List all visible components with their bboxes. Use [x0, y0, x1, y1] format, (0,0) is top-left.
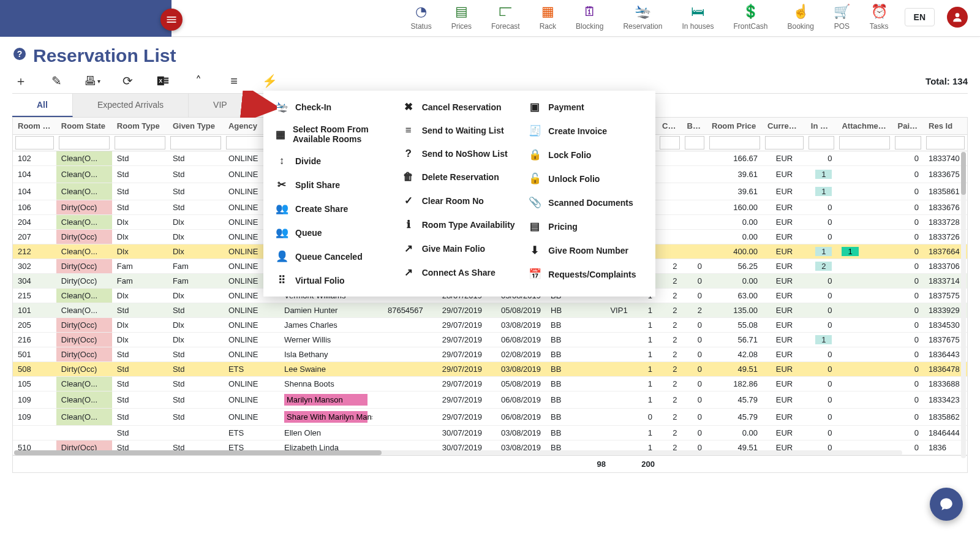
menu-item-send-to-noshow-list[interactable]: ?Send to NoShow List: [402, 146, 517, 161]
menu-item-label: Split Share: [295, 180, 340, 190]
tab-vip[interactable]: VIP: [189, 94, 252, 117]
grid-footer: 98 200: [13, 455, 967, 472]
col-filter-input[interactable]: [115, 136, 165, 149]
menu-item-icon: ✓: [402, 194, 415, 207]
collapse-button[interactable]: ˄: [190, 72, 207, 89]
menu-item-cancel-reservation[interactable]: ✖Cancel Reservation: [402, 99, 517, 115]
col-header[interactable]: Res Id: [924, 118, 967, 135]
col-filter-input[interactable]: [809, 136, 835, 149]
list-menu-button[interactable]: ≡: [225, 72, 243, 89]
menu-item-label: Connect As Share: [422, 268, 496, 278]
nav-tasks[interactable]: ⏰Tasks: [860, 0, 899, 34]
menu-item-give-main-folio[interactable]: ↗Give Main Folio: [402, 241, 517, 256]
menu-item-requests-complaints[interactable]: 📅Requests/Complaints: [529, 266, 643, 282]
table-row[interactable]: 109Clean(O...StdStdONLINEMarilyn Manson2…: [13, 391, 967, 409]
menu-item-divide[interactable]: ↕Divide: [276, 154, 390, 168]
col-filter-input[interactable]: [660, 136, 679, 149]
menu-item-label: Clear Room No: [422, 196, 484, 206]
menu-item-queue-canceled[interactable]: 👤Queue Canceled: [276, 249, 390, 264]
col-header[interactable]: Given Type: [168, 118, 224, 135]
table-row[interactable]: 105Clean(O...StdStdONLINEShenna Boots29/…: [13, 377, 967, 391]
refresh-button[interactable]: ⟳: [119, 72, 136, 89]
tab-expected-arrivals[interactable]: Expected Arrivals: [73, 94, 189, 117]
horizontal-scrollbar[interactable]: [14, 450, 902, 455]
edit-button[interactable]: ✎: [48, 72, 65, 89]
table-row[interactable]: 101Clean(O...StdStdONLINEDamien Hunter87…: [13, 303, 967, 318]
nav-frontcash[interactable]: 💲FrontCash: [723, 0, 777, 34]
nav-blocking[interactable]: 🗓Blocking: [566, 0, 613, 34]
table-row[interactable]: 216Dirty(Occ)DlxDlxONLINEWerner Willis29…: [13, 333, 967, 347]
nav-prices[interactable]: ▤Prices: [442, 0, 481, 34]
table-row[interactable]: 501Dirty(Occ)StdStdONLINEIsla Bethany29/…: [13, 347, 967, 362]
menu-item-room-type-availability[interactable]: ℹRoom Type Availability: [402, 217, 517, 232]
col-header[interactable]: In Trace: [806, 118, 837, 135]
menu-item-label: Virtual Folio: [295, 276, 345, 285]
menu-item-scanned-documents[interactable]: 📎Scanned Documents: [529, 195, 643, 210]
menu-item-lock-folio[interactable]: 🔒Lock Folio: [529, 147, 643, 162]
nav-reservation[interactable]: 🛬Reservation: [613, 0, 672, 34]
table-row[interactable]: StdETSEllen Olen30/07/201903/08/2019BB12…: [13, 426, 967, 440]
help-icon[interactable]: ?: [12, 47, 27, 65]
col-header[interactable]: Child: [657, 118, 682, 135]
svg-point-0: [956, 13, 960, 17]
menu-item-select-room-from-available-rooms[interactable]: ▦Select Room From Available Rooms: [276, 123, 390, 145]
nav-forecast[interactable]: ⫍Forecast: [481, 0, 530, 34]
menu-item-pricing[interactable]: ▤Pricing: [529, 219, 643, 234]
menu-item-check-in[interactable]: 🛬Check-In: [276, 99, 390, 115]
menu-item-connect-as-share[interactable]: ↗Connect As Share: [402, 265, 517, 280]
nav-rack[interactable]: ▦Rack: [530, 0, 566, 34]
table-row[interactable]: 508Dirty(Occ)StdStdETSLee Swaine29/07/20…: [13, 362, 967, 377]
col-header[interactable]: Room Price: [707, 118, 763, 135]
total-count: Total: 134: [925, 76, 968, 86]
menu-item-queue[interactable]: 👥Queue: [276, 225, 390, 240]
menu-item-give-room-number[interactable]: ⬇Give Room Number: [529, 243, 643, 258]
col-filter-input[interactable]: [685, 136, 704, 149]
col-header[interactable]: Room State: [56, 118, 112, 135]
nav-status[interactable]: ◔Status: [401, 0, 442, 34]
nav-in-houses[interactable]: 🛏In houses: [672, 0, 723, 34]
menu-item-create-share[interactable]: 👥Create Share: [276, 201, 390, 216]
main-menu-button[interactable]: [160, 9, 183, 31]
col-filter-input[interactable]: [709, 136, 760, 149]
nav-icon: ⫍: [499, 4, 512, 20]
menu-item-payment[interactable]: ▣Payment: [529, 99, 643, 115]
col-filter-input[interactable]: [765, 136, 804, 149]
col-filter-input[interactable]: [895, 136, 921, 149]
menu-item-send-to-waiting-list[interactable]: ≡Send to Waiting List: [402, 123, 517, 138]
nav-icon: ⏰: [871, 4, 888, 20]
export-excel-button[interactable]: X: [154, 72, 172, 89]
nav-icon: ▦: [541, 4, 554, 20]
menu-item-clear-room-no[interactable]: ✓Clear Room No: [402, 193, 517, 208]
col-header[interactable]: Attachments: [837, 118, 892, 135]
col-filter-input[interactable]: [59, 136, 110, 149]
col-filter-input[interactable]: [170, 136, 221, 149]
col-header[interactable]: Room Type: [112, 118, 168, 135]
menu-item-split-share[interactable]: ✂Split Share: [276, 177, 390, 192]
menu-item-icon: ℹ: [402, 218, 415, 231]
menu-item-icon: 📎: [529, 196, 541, 209]
language-selector[interactable]: EN: [905, 8, 935, 26]
print-button[interactable]: 🖶▾: [83, 72, 100, 89]
menu-item-delete-reservation[interactable]: 🗑Delete Reservation: [402, 170, 517, 184]
user-menu-button[interactable]: [947, 7, 968, 28]
col-header[interactable]: Paid B: [892, 118, 924, 135]
col-filter-input[interactable]: [15, 136, 54, 149]
table-row[interactable]: 109Clean(O...StdStdONLINEShare With Mari…: [13, 409, 967, 426]
col-header[interactable]: Baby: [682, 118, 707, 135]
col-filter-input[interactable]: [926, 136, 965, 149]
table-row[interactable]: 205Dirty(Occ)DlxDlxONLINEJames Charles29…: [13, 318, 967, 333]
nav-pos[interactable]: 🛒POS: [824, 0, 860, 34]
menu-item-virtual-folio[interactable]: ⠿Virtual Folio: [276, 273, 390, 288]
actions-button[interactable]: ⚡: [261, 72, 278, 89]
total-child: 200: [618, 459, 655, 469]
col-header[interactable]: Currency: [763, 118, 806, 135]
add-button[interactable]: ＋: [12, 72, 29, 89]
menu-item-unlock-folio[interactable]: 🔓Unlock Folio: [529, 171, 643, 186]
nav-booking[interactable]: ☝Booking: [777, 0, 823, 34]
vertical-scrollbar[interactable]: [961, 152, 966, 458]
col-filter-input[interactable]: [839, 136, 890, 149]
menu-item-create-invoice[interactable]: 🧾Create Invoice: [529, 123, 643, 138]
tab-all[interactable]: All: [12, 94, 73, 117]
menu-item-icon: ?: [402, 148, 415, 160]
col-header[interactable]: Room No: [13, 118, 56, 135]
